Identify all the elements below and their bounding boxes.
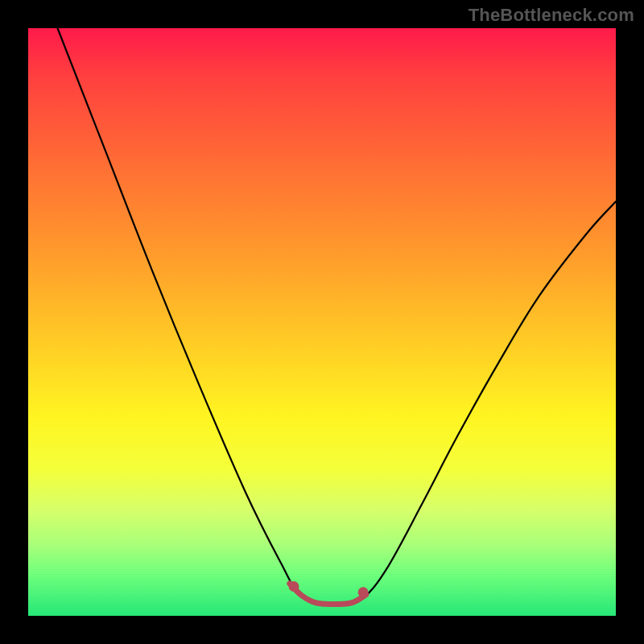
curve-svg: [28, 28, 616, 616]
watermark-text: TheBottleneck.com: [469, 5, 634, 26]
plot-area: [28, 28, 616, 616]
trough-marker-dot: [288, 581, 299, 592]
trough-marker-dot: [358, 587, 369, 597]
trough-highlight-line: [290, 584, 366, 605]
chart-frame: TheBottleneck.com: [0, 0, 644, 644]
v-curve-line: [58, 28, 617, 605]
